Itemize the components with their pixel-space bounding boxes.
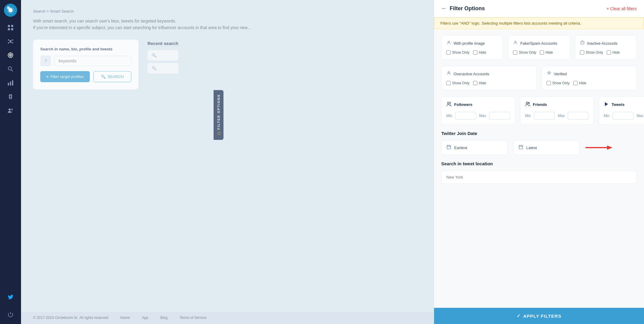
clear-all-filters-button[interactable]: × Clear all filters [606, 6, 637, 11]
delete-nav-icon[interactable] [5, 91, 17, 103]
sidebar [0, 0, 21, 324]
overactive-accounts-card: Overactive Accounts Show Only Hide [441, 66, 537, 90]
inactive-hide-checkbox[interactable] [607, 50, 611, 55]
svg-line-15 [9, 42, 11, 43]
earliest-label: Earliest [454, 146, 467, 150]
filter-header: ← Filter Options × Clear all filters [434, 0, 644, 17]
friends-max-input[interactable] [568, 112, 589, 120]
followers-label: Followers [454, 102, 472, 107]
fake-spam-icon [513, 40, 518, 46]
twitter-nav-icon[interactable] [5, 291, 17, 303]
footer-home-link[interactable]: Home [120, 316, 130, 320]
fake-spam-hide-checkbox[interactable] [540, 50, 544, 55]
fake-spam-show-only-option[interactable]: Show Only [513, 50, 536, 55]
chart-nav-icon[interactable] [5, 77, 17, 89]
earliest-date-card[interactable]: Earliest [441, 140, 507, 155]
tweets-icon [604, 101, 609, 108]
back-button[interactable]: ← [441, 5, 447, 12]
friends-min-label: Min [525, 114, 531, 118]
followers-max-input[interactable] [489, 112, 510, 120]
verified-show-only-option[interactable]: Show Only [547, 81, 570, 85]
followers-icon [446, 101, 452, 108]
footer: © 2017-2024 Circleboom llc. All rights r… [21, 311, 434, 324]
question-icon: ? [40, 56, 51, 66]
search-input[interactable] [54, 56, 131, 66]
svg-point-29 [11, 109, 13, 110]
inactive-show-only-checkbox[interactable] [580, 50, 584, 55]
power-icon[interactable] [5, 308, 17, 320]
inactive-hide-option[interactable]: Hide [607, 50, 620, 55]
followers-min-input[interactable] [455, 112, 476, 120]
svg-line-16 [11, 42, 12, 43]
apply-filters-label: APPLY FILTERS [523, 314, 561, 319]
tweets-min-input[interactable] [612, 112, 633, 120]
fake-spam-show-only-checkbox[interactable] [513, 50, 517, 55]
friends-min-input[interactable] [534, 112, 555, 120]
apply-filters-button[interactable]: ✓ APPLY FILTERS [441, 313, 637, 319]
svg-point-19 [10, 55, 11, 56]
svg-point-31 [448, 41, 449, 43]
svg-point-40 [528, 102, 530, 104]
filter-target-profiles-button[interactable]: ≡ Filter target profiles [40, 71, 90, 82]
svg-point-8 [10, 40, 11, 42]
inactive-show-only-option[interactable]: Show Only [580, 50, 603, 55]
overactive-show-only-option[interactable]: Show Only [446, 81, 469, 85]
with-profile-image-card: With profile image Show Only Hide [441, 35, 503, 60]
target-icon[interactable] [5, 49, 17, 61]
users-nav-icon[interactable] [5, 104, 17, 116]
inactive-accounts-card: Inactive Accounts Show Only Hide [575, 35, 637, 60]
red-arrow-annotation [585, 146, 612, 150]
profile-image-hide-option[interactable]: Hide [473, 50, 486, 55]
profile-image-show-only-checkbox[interactable] [446, 50, 451, 55]
location-section: Search in tweet location [441, 161, 637, 184]
friends-icon [525, 101, 530, 108]
overactive-show-only-checkbox[interactable] [446, 81, 451, 85]
svg-point-38 [448, 102, 449, 104]
inactive-icon [580, 40, 585, 46]
svg-rect-42 [447, 146, 451, 149]
svg-rect-7 [11, 28, 13, 30]
range-filters-grid: Followers Min Max [441, 96, 637, 125]
profile-image-hide-checkbox[interactable] [473, 50, 477, 55]
svg-point-33 [581, 41, 584, 44]
graph-icon[interactable] [5, 35, 17, 47]
svg-rect-46 [519, 146, 523, 149]
verified-hide-checkbox[interactable] [573, 81, 578, 85]
search-section-label: Search in name, bio, profile and tweets [40, 47, 131, 51]
svg-rect-24 [12, 80, 13, 86]
join-date-section: Twitter Join Date Earliest [441, 131, 637, 155]
filter-options-tab[interactable]: ⬛ FILTER OPTIONS [214, 90, 223, 140]
tweets-min-label: Min [604, 114, 609, 118]
filter-options-title: Filter Options [450, 5, 485, 12]
svg-line-13 [9, 40, 11, 40]
footer-app-link[interactable]: App [142, 316, 148, 320]
overactive-hide-option[interactable]: Hide [473, 81, 486, 85]
logo[interactable] [4, 4, 17, 17]
svg-point-39 [526, 102, 528, 104]
svg-rect-5 [11, 25, 13, 27]
svg-point-37 [448, 72, 449, 73]
search-nav-icon[interactable] [5, 63, 17, 75]
tweets-max-label: Max [636, 114, 643, 118]
verified-show-only-checkbox[interactable] [547, 81, 551, 85]
dashboard-icon[interactable] [5, 22, 17, 34]
followers-min-label: Min [446, 114, 452, 118]
location-input[interactable] [441, 170, 637, 184]
apply-filters-bar[interactable]: ✓ APPLY FILTERS [434, 308, 644, 324]
verified-hide-option[interactable]: Hide [573, 81, 587, 85]
footer-terms-link[interactable]: Terms of Service [180, 316, 206, 320]
filter-notice: Filters use "AND" logic. Selecting multi… [434, 17, 644, 29]
verified-label: Verified [554, 72, 567, 76]
svg-point-32 [515, 41, 516, 43]
friends-max-label: Max [558, 114, 565, 118]
latest-date-card[interactable]: Latest [513, 140, 579, 155]
search-button[interactable]: 🔍 SEARCH [93, 71, 131, 82]
svg-rect-4 [8, 25, 10, 27]
footer-blog-link[interactable]: Blog [160, 316, 168, 320]
account-filters-row2: Overactive Accounts Show Only Hide [441, 66, 637, 90]
fake-spam-hide-option[interactable]: Hide [540, 50, 553, 55]
filter-body: With profile image Show Only Hide [434, 29, 644, 308]
overactive-hide-checkbox[interactable] [473, 81, 477, 85]
earliest-calendar-icon [446, 145, 451, 151]
profile-image-show-only-option[interactable]: Show Only [446, 50, 469, 55]
